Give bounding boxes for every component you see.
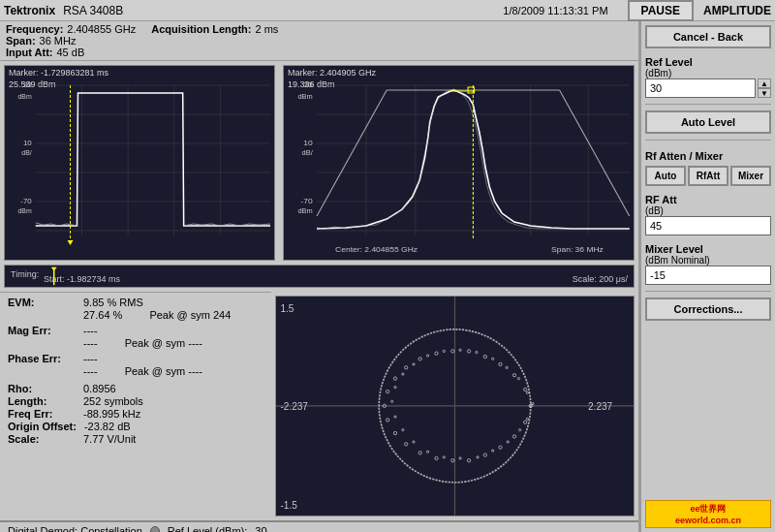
evm-value: 9.85 % RMS	[83, 297, 143, 308]
svg-text:-2.237: -2.237	[280, 401, 308, 412]
span-value: 36 MHz	[40, 35, 77, 47]
phase-err-label: Phase Err:	[8, 353, 76, 364]
freq-err-value: -88.995 kHz	[83, 408, 140, 420]
frequency-value: 2.404855 GHz	[67, 23, 136, 35]
status-dot	[150, 526, 160, 532]
svg-text:2.237: 2.237	[588, 401, 613, 412]
evm-label: EVM:	[8, 297, 76, 308]
svg-line-35	[317, 90, 387, 216]
span-label: Span:	[6, 35, 36, 47]
phase-err-value: ----	[83, 353, 98, 364]
top-bar: Tektronix RSA 3408B 1/8/2009 11:13:31 PM…	[0, 0, 775, 21]
spectrum-chart: Marker: 2.404905 GHz 19.336 dBm	[283, 65, 635, 261]
watermark-area: ee世界网eeworld.com.cn	[645, 496, 771, 528]
mag-err-peak-label: Peak @ sym ----	[125, 337, 202, 349]
scale-label: Scale:	[8, 433, 76, 445]
svg-text:dB/: dB/	[21, 149, 31, 156]
ref-level-down[interactable]: ▼	[758, 88, 771, 98]
mixer-level-unit: (dBm Nominal)	[645, 255, 771, 266]
rf-att-input[interactable]	[645, 216, 771, 235]
svg-text:dBm: dBm	[297, 92, 312, 101]
svg-text:-1.5: -1.5	[280, 500, 297, 511]
time-domain-chart: Marker: -1.729863281 ms 25.539 dBm	[4, 65, 275, 261]
btn-mixer[interactable]: Mixer	[730, 166, 771, 186]
rf-att-unit: (dB)	[645, 205, 771, 216]
main-layout: Frequency: 2.404855 GHz Acquisition Leng…	[0, 21, 775, 532]
right-panel: Cancel - Back Ref Level (dBm) ▲ ▼ Auto L…	[639, 21, 775, 532]
svg-text:dBm: dBm	[18, 207, 32, 214]
mixer-level-label: Mixer Level	[645, 243, 771, 255]
corrections-button[interactable]: Corrections...	[645, 297, 771, 321]
svg-text:-70: -70	[20, 197, 32, 205]
evm-peak: 27.64 %	[83, 309, 122, 321]
mag-err-value: ----	[83, 325, 98, 336]
ref-level-label: Ref Level	[645, 56, 771, 68]
length-label: Length:	[8, 395, 76, 407]
rf-atten-label: Rf Atten / Mixer	[645, 150, 771, 162]
svg-text:dBm: dBm	[297, 206, 312, 215]
rf-att-group: RF Att (dB)	[645, 190, 771, 235]
mixer-level-group: Mixer Level (dBm Nominal)	[645, 239, 771, 285]
ref-level-up[interactable]: ▲	[758, 78, 771, 88]
acq-length-label: Acquisition Length:	[151, 23, 251, 35]
model-label: RSA 3408B	[63, 4, 123, 17]
svg-text:1.5: 1.5	[280, 303, 294, 314]
divider-1	[645, 104, 771, 105]
svg-marker-44	[51, 267, 57, 271]
ref-level-input-row: ▲ ▼	[645, 78, 771, 98]
svg-text:10: 10	[303, 139, 313, 147]
mixer-level-input[interactable]	[645, 266, 771, 285]
svg-text:dB/: dB/	[302, 148, 313, 157]
ref-level-input[interactable]	[645, 78, 756, 98]
svg-text:Span: 36 MHz: Span: 36 MHz	[551, 245, 604, 254]
origin-offset-value: -23.82 dB	[84, 421, 131, 432]
rho-label: Rho:	[8, 383, 76, 394]
evm-peak-label: Peak @ sym 244	[149, 309, 231, 321]
divider-3	[645, 291, 771, 292]
amplitude-label: AMPLITUDE	[703, 4, 771, 17]
freq-err-label: Freq Err:	[8, 408, 76, 420]
ref-level-group: Ref Level (dBm) ▲ ▼	[645, 52, 771, 98]
rho-value: 0.8956	[83, 383, 116, 394]
phase-err-peak-label: Peak @ sym ----	[125, 365, 202, 377]
svg-text:30: 30	[23, 80, 32, 89]
origin-offset-label: Origin Offset:	[8, 421, 77, 432]
divider-2	[645, 140, 771, 141]
acq-length-value: 2 ms	[256, 23, 279, 35]
ref-level-unit: (dBm)	[645, 68, 771, 78]
mag-err-label: Mag Err:	[8, 325, 76, 336]
btn-auto[interactable]: Auto	[645, 166, 686, 186]
frequency-label: Frequency:	[6, 23, 63, 35]
cancel-back-button[interactable]: Cancel - Back	[645, 25, 771, 48]
stats-section: EVM: 9.85 % RMS 27.64 % Peak @ sym 244 M…	[0, 292, 271, 520]
auto-level-button[interactable]: Auto Level	[645, 110, 771, 134]
watermark: ee世界网eeworld.com.cn	[645, 500, 771, 528]
svg-text:10: 10	[23, 139, 32, 147]
svg-marker-17	[68, 240, 74, 245]
rf-att-label: RF Att	[645, 194, 771, 205]
input-att-label: Input Att:	[6, 47, 52, 58]
svg-text:Center: 2.404855 GHz: Center: 2.404855 GHz	[335, 245, 418, 254]
svg-line-36	[560, 90, 630, 216]
svg-text:30: 30	[303, 80, 313, 89]
input-att-value: 45 dB	[56, 47, 84, 58]
datetime-label: 1/8/2009 11:13:31 PM	[503, 5, 607, 16]
ref-level-spinner: ▲ ▼	[758, 78, 771, 98]
btn-rfatt[interactable]: RfAtt	[688, 166, 728, 186]
mode-label: Digital Demod: Constellation	[8, 525, 142, 532]
svg-text:dBm: dBm	[18, 93, 32, 100]
ref-level-label: Ref Level (dBm):	[168, 525, 248, 532]
rf-atten-button-group: Auto RfAtt Mixer	[645, 166, 771, 186]
left-panel: Frequency: 2.404855 GHz Acquisition Leng…	[0, 21, 639, 532]
phase-err-peak: ----	[83, 365, 98, 377]
pause-button[interactable]: PAUSE	[628, 0, 694, 21]
mag-err-peak: ----	[83, 337, 98, 349]
constellation-chart: 1.5 -1.5 -2.237 2.237	[275, 296, 635, 516]
brand-label: Tektronix	[4, 4, 55, 17]
bottom-status-bar: Digital Demod: Constellation Ref Level (…	[0, 520, 638, 532]
scale-value: 7.77 V/Unit	[83, 433, 136, 445]
info-bar: Frequency: 2.404855 GHz Acquisition Leng…	[0, 21, 638, 61]
length-value: 252 symbols	[83, 395, 143, 407]
ref-level-status-value: 30	[255, 525, 266, 532]
svg-text:-70: -70	[300, 197, 313, 205]
